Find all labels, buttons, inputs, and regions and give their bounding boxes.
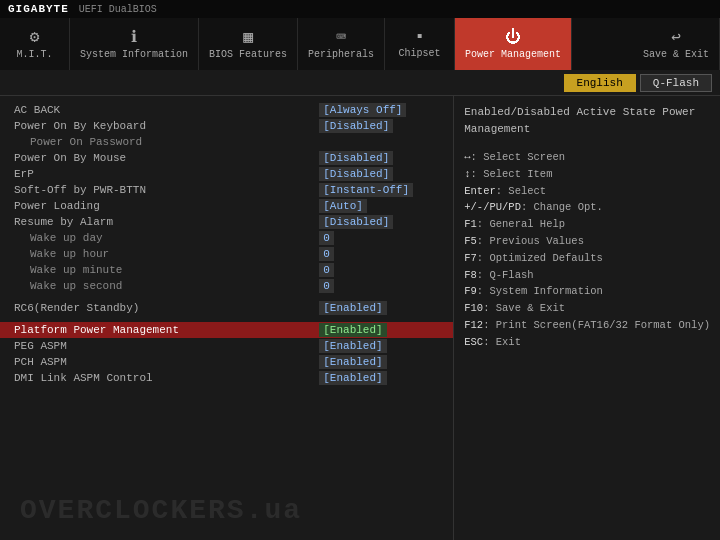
- menu-label-peg-aspm: PEG ASPM: [14, 340, 319, 352]
- key-desc: : Select: [496, 185, 546, 197]
- save-exit-label: Save & Exit: [643, 49, 709, 61]
- menu-label-power-on-keyboard: Power On By Keyboard: [14, 120, 319, 132]
- nav-item-save-exit[interactable]: ↩Save & Exit: [633, 18, 720, 70]
- key-desc: : Exit: [483, 336, 521, 348]
- menu-item-wake-hour: Wake up hour0: [0, 246, 453, 262]
- bios-features-icon: ▦: [243, 27, 253, 47]
- value-box-resume-alarm: [Disabled]: [319, 215, 393, 229]
- menu-item-peg-aspm[interactable]: PEG ASPM[Enabled]: [0, 338, 453, 354]
- menu-item-power-on-mouse[interactable]: Power On By Mouse[Disabled]: [0, 150, 453, 166]
- key-help-entry: ↔: Select Screen: [464, 149, 710, 166]
- bios-label: UEFI DualBIOS: [79, 4, 157, 15]
- menu-label-rc6: RC6(Render Standby): [14, 302, 319, 314]
- menu-item-wake-day: Wake up day0: [0, 230, 453, 246]
- menu-label-soft-off: Soft-Off by PWR-BTTN: [14, 184, 319, 196]
- nav-item-bios-features[interactable]: ▦BIOS Features: [199, 18, 298, 70]
- key-shortcut: F1: [464, 218, 477, 230]
- menu-item-power-on-keyboard[interactable]: Power On By Keyboard[Disabled]: [0, 118, 453, 134]
- menu-item-pch-aspm[interactable]: PCH ASPM[Enabled]: [0, 354, 453, 370]
- menu-value-wake-second: 0: [319, 280, 439, 292]
- menu-label-wake-second: Wake up second: [14, 280, 319, 292]
- key-help-entry: F10: Save & Exit: [464, 300, 710, 317]
- menu-item-rc6[interactable]: RC6(Render Standby)[Enabled]: [0, 300, 453, 316]
- menu-item-platform-power[interactable]: Platform Power Management[Enabled]: [0, 322, 453, 338]
- value-box-platform-power: [Enabled]: [319, 323, 386, 337]
- key-desc: : Previous Values: [477, 235, 584, 247]
- menu-value-peg-aspm: [Enabled]: [319, 340, 439, 352]
- key-desc: : Select Screen: [471, 151, 566, 163]
- menu-item-power-loading[interactable]: Power Loading[Auto]: [0, 198, 453, 214]
- key-shortcut: F5: [464, 235, 477, 247]
- menu-item-dmi-aspm[interactable]: DMI Link ASPM Control[Enabled]: [0, 370, 453, 386]
- key-help-entry: F1: General Help: [464, 216, 710, 233]
- key-help-entry: ESC: Exit: [464, 334, 710, 351]
- value-box-peg-aspm: [Enabled]: [319, 339, 386, 353]
- key-help-entry: F8: Q-Flash: [464, 267, 710, 284]
- key-desc: : General Help: [477, 218, 565, 230]
- language-bar: English Q-Flash: [0, 70, 720, 96]
- key-help-entry: F7: Optimized Defaults: [464, 250, 710, 267]
- menu-item-power-on-password: Power On Password: [0, 134, 453, 150]
- power-mgmt-label: Power Management: [465, 49, 561, 61]
- power-mgmt-icon: ⏻: [505, 28, 521, 47]
- key-shortcut: F7: [464, 252, 477, 264]
- qflash-button[interactable]: Q-Flash: [640, 74, 712, 92]
- top-bar: GIGABYTE UEFI DualBIOS: [0, 0, 720, 18]
- menu-label-resume-alarm: Resume by Alarm: [14, 216, 319, 228]
- peripherals-label: Peripherals: [308, 49, 374, 61]
- menu-item-wake-second: Wake up second0: [0, 278, 453, 294]
- menu-label-power-loading: Power Loading: [14, 200, 319, 212]
- menu-value-dmi-aspm: [Enabled]: [319, 372, 439, 384]
- nav-item-peripherals[interactable]: ⌨Peripherals: [298, 18, 385, 70]
- key-help-entry: F12: Print Screen(FAT16/32 Format Only): [464, 317, 710, 334]
- value-box-soft-off: [Instant-Off]: [319, 183, 413, 197]
- key-help: ↔: Select Screen↕: Select ItemEnter: Sel…: [464, 149, 710, 351]
- menu-label-power-on-password: Power On Password: [14, 136, 439, 148]
- menu-value-wake-hour: 0: [319, 248, 439, 260]
- navigation-bar: ⚙M.I.T.ℹSystem Information▦BIOS Features…: [0, 18, 720, 70]
- menu-item-ac-back[interactable]: AC BACK[Always Off]: [0, 102, 453, 118]
- menu-value-pch-aspm: [Enabled]: [319, 356, 439, 368]
- menu-item-soft-off[interactable]: Soft-Off by PWR-BTTN[Instant-Off]: [0, 182, 453, 198]
- key-help-entry: F9: System Information: [464, 283, 710, 300]
- menu-value-platform-power: [Enabled]: [319, 324, 439, 336]
- chipset-label: Chipset: [399, 48, 441, 60]
- nav-item-chipset[interactable]: ▪Chipset: [385, 18, 455, 70]
- peripherals-icon: ⌨: [336, 27, 346, 47]
- value-box-power-on-mouse: [Disabled]: [319, 151, 393, 165]
- save-exit-icon: ↩: [671, 27, 681, 47]
- key-shortcut: F8: [464, 269, 477, 281]
- key-desc: : Q-Flash: [477, 269, 534, 281]
- value-box-power-on-keyboard: [Disabled]: [319, 119, 393, 133]
- value-box-erp: [Disabled]: [319, 167, 393, 181]
- menu-label-power-on-mouse: Power On By Mouse: [14, 152, 319, 164]
- value-box-dmi-aspm: [Enabled]: [319, 371, 386, 385]
- key-desc: : Change Opt.: [521, 201, 603, 213]
- menu-label-dmi-aspm: DMI Link ASPM Control: [14, 372, 319, 384]
- nav-item-system-info[interactable]: ℹSystem Information: [70, 18, 199, 70]
- help-text: Enabled/Disabled Active State Power Mana…: [464, 104, 710, 137]
- nav-item-power-mgmt[interactable]: ⏻Power Management: [455, 18, 572, 70]
- nav-item-mit[interactable]: ⚙M.I.T.: [0, 18, 70, 70]
- brand-logo: GIGABYTE: [8, 3, 69, 15]
- value-box-wake-hour: 0: [319, 247, 334, 261]
- menu-value-ac-back: [Always Off]: [319, 104, 439, 116]
- key-shortcut: +/-/PU/PD: [464, 201, 521, 213]
- key-shortcut: Enter: [464, 185, 496, 197]
- system-info-label: System Information: [80, 49, 188, 61]
- chipset-icon: ▪: [415, 28, 425, 46]
- menu-value-erp: [Disabled]: [319, 168, 439, 180]
- menu-label-pch-aspm: PCH ASPM: [14, 356, 319, 368]
- main-content: AC BACK[Always Off]Power On By Keyboard[…: [0, 96, 720, 540]
- key-shortcut: F9: [464, 285, 477, 297]
- menu-item-resume-alarm[interactable]: Resume by Alarm[Disabled]: [0, 214, 453, 230]
- key-help-entry: Enter: Select: [464, 183, 710, 200]
- menu-value-power-loading: [Auto]: [319, 200, 439, 212]
- key-help-entry: ↕: Select Item: [464, 166, 710, 183]
- value-box-pch-aspm: [Enabled]: [319, 355, 386, 369]
- menu-item-erp[interactable]: ErP[Disabled]: [0, 166, 453, 182]
- key-desc: : System Information: [477, 285, 603, 297]
- mit-label: M.I.T.: [16, 49, 52, 61]
- english-button[interactable]: English: [564, 74, 636, 92]
- system-info-icon: ℹ: [131, 27, 137, 47]
